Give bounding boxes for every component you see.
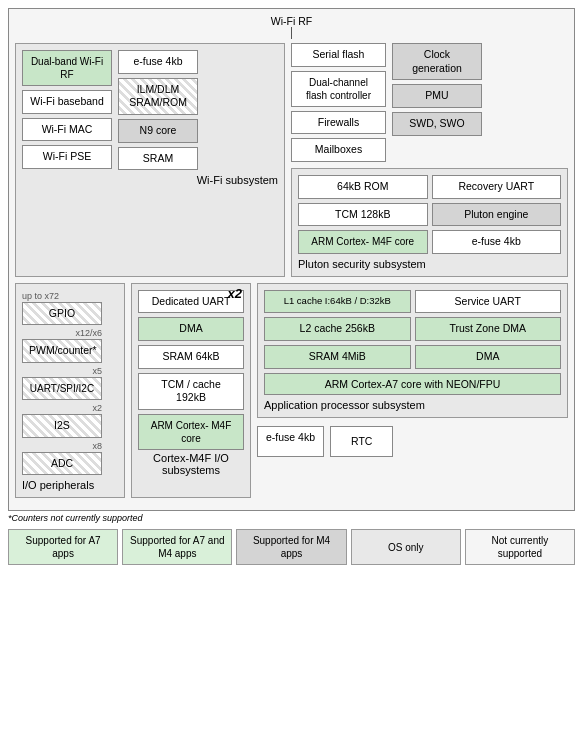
- cortex-m4f-security-block: ARM Cortex- M4F core: [298, 230, 428, 254]
- service-uart-block: Service UART: [415, 290, 562, 314]
- arm-m4f-block: ARM Cortex- M4F core: [138, 414, 244, 450]
- dual-band-block: Dual-band Wi-Fi RF: [22, 50, 112, 86]
- security-grid: 64kB ROM Recovery UART TCM 128kB Pluton …: [298, 175, 561, 254]
- up-to-x72-label: up to x72: [22, 291, 118, 301]
- sram-wifi-block: SRAM: [118, 147, 198, 171]
- cortex-label: Cortex-M4F I/O subsystems: [138, 452, 244, 476]
- cortex-blocks: Dedicated UART DMA SRAM 64kB TCM / cache…: [138, 290, 244, 450]
- trustzone-dma-block: Trust Zone DMA: [415, 317, 562, 341]
- gpio-item: GPIO: [22, 302, 118, 326]
- wifi-rf-connector-line: [291, 27, 292, 39]
- bottom-misc: e-fuse 4kb RTC: [257, 426, 568, 458]
- rom-64-block: 64kB ROM: [298, 175, 428, 199]
- legend-a7: Supported for A7 apps: [8, 529, 118, 565]
- uart-item: UART/SPI/I2C: [22, 377, 118, 400]
- legend-m4: Supported for M4 apps: [236, 529, 346, 565]
- efuse-misc-block: e-fuse 4kb: [257, 426, 324, 458]
- sram-4mib-block: SRAM 4MiB: [264, 345, 411, 369]
- wifi-right: e-fuse 4kb ILM/DLM SRAM/ROM N9 core SRAM: [118, 50, 198, 170]
- l1-cache-block: L1 cache I:64kB / D:32kB: [264, 290, 411, 314]
- wifi-top: Dual-band Wi-Fi RF Wi-Fi baseband Wi-Fi …: [22, 50, 278, 170]
- x5-label: x5: [22, 366, 102, 376]
- l2-cache-block: L2 cache 256kB: [264, 317, 411, 341]
- adc-item: ADC: [22, 452, 118, 476]
- app-subsystem: L1 cache I:64kB / D:32kB Service UART L2…: [257, 283, 568, 418]
- legend-not-supported: Not currently supported: [465, 529, 575, 565]
- efuse-block: e-fuse 4kb: [118, 50, 198, 74]
- swd-swo-block: SWD, SWO: [392, 112, 482, 136]
- recovery-uart-block: Recovery UART: [432, 175, 562, 199]
- mailboxes-block: Mailboxes: [291, 138, 386, 162]
- x12-6-label: x12/x6: [22, 328, 102, 338]
- right-panels: Serial flash Dual-channel flash controll…: [291, 43, 568, 277]
- security-label: Pluton security subsystem: [298, 258, 561, 270]
- cortex-subsystem: x2 Dedicated UART DMA SRAM 64kB TCM / ca…: [131, 283, 251, 499]
- tcm-128-block: TCM 128kB: [298, 203, 428, 227]
- wifi-subsystem: Dual-band Wi-Fi RF Wi-Fi baseband Wi-Fi …: [15, 43, 285, 277]
- wifi-mac-block: Wi-Fi MAC: [22, 118, 112, 142]
- top-row: Dual-band Wi-Fi RF Wi-Fi baseband Wi-Fi …: [15, 43, 568, 277]
- wifi-subsystem-label: Wi-Fi subsystem: [22, 174, 278, 186]
- x2-label: x2: [228, 286, 242, 301]
- i2s-block: I2S: [22, 414, 102, 438]
- wifi-left: Dual-band Wi-Fi RF Wi-Fi baseband Wi-Fi …: [22, 50, 112, 170]
- middle-row: up to x72 GPIO x12/x6 PWM/counter* x5 UA…: [15, 283, 568, 499]
- security-subsystem: 64kB ROM Recovery UART TCM 128kB Pluton …: [291, 168, 568, 277]
- pwm-block: PWM/counter*: [22, 339, 102, 363]
- serial-flash-block: Serial flash: [291, 43, 386, 67]
- legend: Supported for A7 apps Supported for A7 a…: [8, 529, 575, 565]
- io-peripherals: up to x72 GPIO x12/x6 PWM/counter* x5 UA…: [15, 283, 125, 499]
- pwm-item: PWM/counter*: [22, 339, 118, 363]
- sram-64-block: SRAM 64kB: [138, 345, 244, 369]
- uart-block: UART/SPI/I2C: [22, 377, 102, 400]
- dual-channel-block: Dual-channel flash controller: [291, 71, 386, 107]
- main-container: Wi-Fi RF Dual-band Wi-Fi RF Wi-Fi baseba…: [0, 0, 583, 573]
- footnote: *Counters not currently supported: [8, 513, 575, 523]
- diagram: Wi-Fi RF Dual-band Wi-Fi RF Wi-Fi baseba…: [8, 8, 575, 511]
- right-col-top-left: Serial flash Dual-channel flash controll…: [291, 43, 386, 162]
- wifi-pse-block: Wi-Fi PSE: [22, 145, 112, 169]
- wifi-rf-top: Wi-Fi RF: [15, 15, 568, 39]
- app-grid: L1 cache I:64kB / D:32kB Service UART L2…: [264, 290, 561, 369]
- x8-label: x8: [22, 441, 102, 451]
- util-top-row: Serial flash Dual-channel flash controll…: [291, 43, 568, 162]
- efuse-security-block: e-fuse 4kb: [432, 230, 562, 254]
- wifi-rf-label: Wi-Fi RF: [271, 15, 312, 27]
- app-label: Application processor subsystem: [264, 399, 561, 411]
- ilm-dlm-block: ILM/DLM SRAM/ROM: [118, 78, 198, 115]
- middle-right: L1 cache I:64kB / D:32kB Service UART L2…: [257, 283, 568, 499]
- right-col-top-right: Clock generation PMU SWD, SWO: [392, 43, 482, 162]
- legend-a7m4: Supported for A7 and M4 apps: [122, 529, 232, 565]
- tcm-cache-block: TCM / cache 192kB: [138, 373, 244, 410]
- gpio-block: GPIO: [22, 302, 102, 326]
- dma-app-block: DMA: [415, 345, 562, 369]
- rtc-block: RTC: [330, 426, 393, 458]
- x2-io-label: x2: [22, 403, 102, 413]
- adc-block: ADC: [22, 452, 102, 476]
- i2s-item: I2S: [22, 414, 118, 438]
- n9-core-block: N9 core: [118, 119, 198, 143]
- firewalls-block: Firewalls: [291, 111, 386, 135]
- dma-cortex-block: DMA: [138, 317, 244, 341]
- clock-gen-block: Clock generation: [392, 43, 482, 80]
- legend-os: OS only: [351, 529, 461, 565]
- wifi-baseband-block: Wi-Fi baseband: [22, 90, 112, 114]
- pmu-block: PMU: [392, 84, 482, 108]
- arm-a7-block: ARM Cortex-A7 core with NEON/FPU: [264, 373, 561, 395]
- pluton-engine-block: Pluton engine: [432, 203, 562, 227]
- io-label: I/O peripherals: [22, 479, 118, 491]
